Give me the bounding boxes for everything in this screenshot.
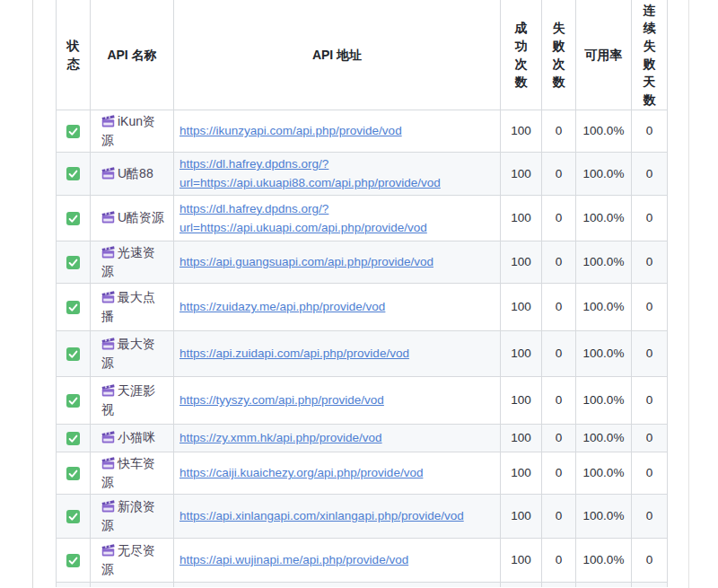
status-checked-checkbox[interactable] xyxy=(66,167,80,180)
api-url-line: https://tyyszy.com/api.php/provide/vod xyxy=(180,391,495,409)
column-header-fail-count: 失败次数 xyxy=(542,0,576,110)
status-cell xyxy=(57,195,91,241)
table-row: 小猫咪 https://zy.xmm.hk/api.php/provide/vo… xyxy=(57,424,668,452)
api-url-cell: https://api.xinlangapi.com/xinlangapi.ph… xyxy=(174,494,501,538)
status-checked-checkbox[interactable] xyxy=(66,125,80,138)
success-count-cell: 100 xyxy=(501,330,542,376)
availability-cell: 100.0% xyxy=(576,152,632,195)
api-url-cell: https://caiji.kuaichezy.org/api.php/prov… xyxy=(174,452,501,494)
api-url-cell: https://dl.hafrey.dpdns.org/?url=https:/… xyxy=(174,152,501,195)
status-checked-checkbox[interactable] xyxy=(66,467,80,480)
status-checked-checkbox[interactable] xyxy=(66,554,80,567)
availability-cell: 100.0% xyxy=(576,195,632,241)
status-cell xyxy=(57,452,91,494)
table-row: U酷88 https://dl.hafrey.dpdns.org/?url=ht… xyxy=(57,152,668,195)
consecutive-fail-days-cell: 0 xyxy=(632,152,668,195)
availability-cell: 100.0% xyxy=(576,241,632,283)
partial-table-row xyxy=(57,582,668,587)
success-count-cell: 100 xyxy=(501,494,542,538)
availability-cell: 100.0% xyxy=(576,110,632,152)
api-url-cell: https://api.guangsuapi.com/api.php/provi… xyxy=(174,241,501,283)
api-url-line: url=https://api.ukuapi88.com/api.php/pro… xyxy=(180,173,495,192)
table-row: 最大点播 https://zuidazy.me/api.php/provide/… xyxy=(57,283,668,330)
status-cell xyxy=(57,424,91,452)
consecutive-fail-days-cell: 0 xyxy=(632,538,668,582)
status-checked-checkbox[interactable] xyxy=(66,301,80,314)
api-url-cell: https://api.zuidapi.com/api.php/provide/… xyxy=(174,330,501,376)
success-count-cell: 100 xyxy=(501,283,542,330)
fail-count-cell: 0 xyxy=(542,494,576,538)
api-url-link[interactable]: https://api.guangsuapi.com/api.php/provi… xyxy=(180,252,495,271)
fail-count-cell: 0 xyxy=(542,424,576,452)
status-checked-checkbox[interactable] xyxy=(66,347,80,361)
status-cell xyxy=(57,330,91,376)
consecutive-fail-days-cell: 0 xyxy=(632,241,668,283)
table-row: 光速资源 https://api.guangsuapi.com/api.php/… xyxy=(57,241,668,283)
check-icon xyxy=(66,467,80,480)
api-name-cell: 小猫咪 xyxy=(91,424,174,452)
consecutive-fail-days-cell: 0 xyxy=(632,283,668,330)
table-row: U酷资源 https://dl.hafrey.dpdns.org/?url=ht… xyxy=(57,195,668,241)
api-name-cell: 新浪资源 xyxy=(91,494,174,538)
fail-count-cell: 0 xyxy=(542,283,576,330)
column-header-success-count: 成功次数 xyxy=(501,0,542,110)
api-url-line: https://ikunzyapi.com/api.php/provide/vo… xyxy=(180,121,495,140)
column-header-consecutive-fail-days: 连续失败天数 xyxy=(632,0,668,110)
api-url-line: https://api.zuidapi.com/api.php/provide/… xyxy=(180,344,495,363)
status-cell xyxy=(57,538,91,582)
status-checked-checkbox[interactable] xyxy=(66,212,80,225)
table-row: iKun资源 https://ikunzyapi.com/api.php/pro… xyxy=(57,110,668,152)
api-name-cell: U酷88 xyxy=(91,152,174,195)
fail-count-cell: 0 xyxy=(542,538,576,582)
clapperboard-icon xyxy=(101,544,115,557)
api-url-line: https://api.guangsuapi.com/api.php/provi… xyxy=(180,252,495,271)
success-count-cell: 100 xyxy=(501,538,542,582)
status-checked-checkbox[interactable] xyxy=(66,256,80,269)
clapperboard-icon xyxy=(101,167,115,180)
api-name: U酷资源 xyxy=(118,210,164,224)
availability-cell: 100.0% xyxy=(576,330,632,376)
page-left-border-line xyxy=(32,0,33,588)
column-header-api-url: API 地址 xyxy=(174,0,501,110)
api-url-link[interactable]: https://caiji.kuaichezy.org/api.php/prov… xyxy=(180,463,495,482)
api-url-link[interactable]: https://dl.hafrey.dpdns.org/?url=https:/… xyxy=(180,199,495,237)
status-cell xyxy=(57,376,91,424)
api-url-link[interactable]: https://zuidazy.me/api.php/provide/vod xyxy=(180,297,495,316)
api-url-link[interactable]: https://api.zuidapi.com/api.php/provide/… xyxy=(180,344,495,363)
fail-count-cell: 0 xyxy=(542,330,576,376)
status-checked-checkbox[interactable] xyxy=(66,394,80,408)
api-name-cell: U酷资源 xyxy=(91,195,174,241)
api-url-link[interactable]: https://ikunzyapi.com/api.php/provide/vo… xyxy=(180,121,495,140)
api-name-cell: iKun资源 xyxy=(91,110,174,152)
availability-cell: 100.0% xyxy=(576,376,632,424)
status-cell xyxy=(57,241,91,283)
column-header-api-name: API 名称 xyxy=(91,0,174,110)
api-url-link[interactable]: https://zy.xmm.hk/api.php/provide/vod xyxy=(180,428,495,447)
consecutive-fail-days-cell: 0 xyxy=(632,110,668,152)
column-header-status: 状态 xyxy=(57,0,91,110)
api-url-link[interactable]: https://api.wujinapi.me/api.php/provide/… xyxy=(180,550,495,569)
fail-count-cell: 0 xyxy=(542,152,576,195)
api-url-link[interactable]: https://api.xinlangapi.com/xinlangapi.ph… xyxy=(180,506,495,525)
check-icon xyxy=(66,301,80,314)
api-name: 小猫咪 xyxy=(118,430,155,444)
api-url-line: https://dl.hafrey.dpdns.org/? xyxy=(180,154,495,173)
api-url-line: https://api.wujinapi.me/api.php/provide/… xyxy=(180,550,495,569)
clapperboard-icon xyxy=(101,431,115,443)
check-icon xyxy=(66,554,80,567)
table-row: 天涯影视 https://tyyszy.com/api.php/provide/… xyxy=(57,376,668,424)
fail-count-cell: 0 xyxy=(542,452,576,494)
success-count-cell: 100 xyxy=(501,376,542,424)
api-url-cell: https://zuidazy.me/api.php/provide/vod xyxy=(174,283,501,330)
status-checked-checkbox[interactable] xyxy=(66,510,80,523)
api-url-link[interactable]: https://dl.hafrey.dpdns.org/?url=https:/… xyxy=(180,154,495,192)
success-count-cell: 100 xyxy=(501,424,542,452)
status-checked-checkbox[interactable] xyxy=(66,432,80,445)
api-url-link[interactable]: https://tyyszy.com/api.php/provide/vod xyxy=(180,391,495,409)
table-row: 新浪资源 https://api.xinlangapi.com/xinlanga… xyxy=(57,494,668,538)
api-name-cell: 最大点播 xyxy=(91,283,174,330)
api-status-table: 状态 API 名称 API 地址 成功次数 失败次数 可用率 连续失败天数 xyxy=(56,0,668,587)
api-name-cell: 最大资源 xyxy=(91,330,174,376)
success-count-cell: 100 xyxy=(501,452,542,494)
clapperboard-icon xyxy=(101,384,115,397)
